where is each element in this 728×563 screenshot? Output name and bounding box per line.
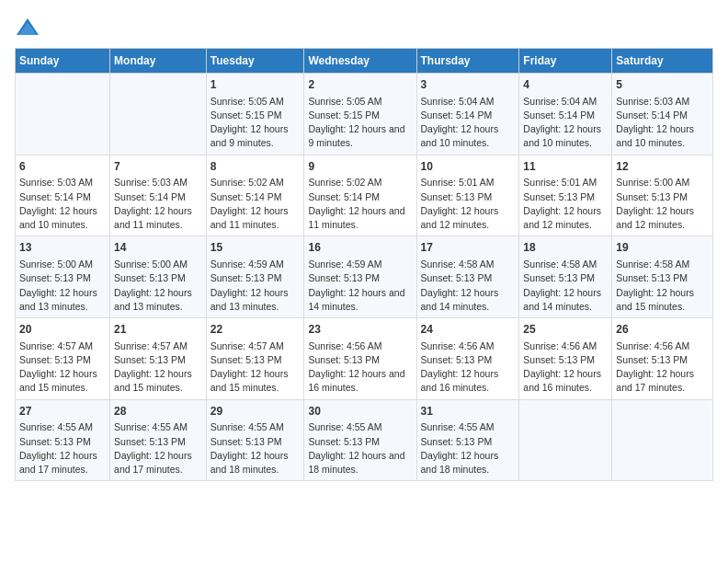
day-info: Sunrise: 5:00 AM Sunset: 5:13 PM Dayligh…: [616, 176, 709, 232]
day-number: 25: [523, 322, 608, 338]
day-info: Sunrise: 4:58 AM Sunset: 5:13 PM Dayligh…: [616, 258, 709, 314]
calendar-cell: 7Sunrise: 5:03 AM Sunset: 5:14 PM Daylig…: [110, 155, 207, 236]
day-number: 21: [114, 322, 202, 338]
day-number: 5: [616, 77, 709, 93]
calendar-cell: 14Sunrise: 5:00 AM Sunset: 5:13 PM Dayli…: [110, 236, 207, 318]
calendar-week-3: 13Sunrise: 5:00 AM Sunset: 5:13 PM Dayli…: [16, 236, 713, 318]
day-number: 1: [210, 77, 301, 93]
day-number: 19: [616, 240, 709, 256]
calendar-cell: 23Sunrise: 4:56 AM Sunset: 5:13 PM Dayli…: [304, 318, 416, 400]
day-info: Sunrise: 4:55 AM Sunset: 5:13 PM Dayligh…: [308, 420, 412, 477]
day-number: 30: [308, 404, 412, 419]
calendar-cell: 28Sunrise: 4:55 AM Sunset: 5:13 PM Dayli…: [110, 399, 207, 481]
day-number: 29: [210, 404, 301, 419]
day-info: Sunrise: 4:57 AM Sunset: 5:13 PM Dayligh…: [210, 339, 301, 396]
calendar-cell: 8Sunrise: 5:02 AM Sunset: 5:14 PM Daylig…: [206, 155, 304, 236]
calendar-cell: 11Sunrise: 5:01 AM Sunset: 5:13 PM Dayli…: [519, 155, 612, 236]
day-number: 10: [421, 159, 516, 175]
calendar-cell: 4Sunrise: 5:04 AM Sunset: 5:14 PM Daylig…: [519, 74, 612, 155]
page-header: [15, 15, 713, 40]
calendar-week-2: 6Sunrise: 5:03 AM Sunset: 5:14 PM Daylig…: [16, 155, 713, 236]
column-header-wednesday: Wednesday: [304, 49, 416, 74]
day-number: 18: [523, 240, 608, 256]
calendar-cell: 18Sunrise: 4:58 AM Sunset: 5:13 PM Dayli…: [519, 236, 612, 318]
day-info: Sunrise: 5:03 AM Sunset: 5:14 PM Dayligh…: [616, 95, 709, 151]
day-info: Sunrise: 5:05 AM Sunset: 5:15 PM Dayligh…: [308, 95, 412, 151]
calendar-cell: 1Sunrise: 5:05 AM Sunset: 5:15 PM Daylig…: [206, 74, 304, 155]
day-info: Sunrise: 5:03 AM Sunset: 5:14 PM Dayligh…: [114, 176, 202, 232]
calendar-header: SundayMondayTuesdayWednesdayThursdayFrid…: [16, 49, 713, 74]
calendar-cell: 21Sunrise: 4:57 AM Sunset: 5:13 PM Dayli…: [110, 318, 207, 400]
day-info: Sunrise: 4:55 AM Sunset: 5:13 PM Dayligh…: [421, 420, 516, 477]
day-info: Sunrise: 5:05 AM Sunset: 5:15 PM Dayligh…: [210, 95, 301, 151]
calendar-cell: 17Sunrise: 4:58 AM Sunset: 5:13 PM Dayli…: [416, 236, 519, 318]
day-number: 7: [114, 159, 202, 175]
column-header-sunday: Sunday: [16, 49, 110, 74]
calendar-cell: 13Sunrise: 5:00 AM Sunset: 5:13 PM Dayli…: [16, 236, 110, 318]
calendar-cell: [519, 399, 612, 481]
calendar-cell: 2Sunrise: 5:05 AM Sunset: 5:15 PM Daylig…: [304, 74, 416, 155]
calendar-cell: 9Sunrise: 5:02 AM Sunset: 5:14 PM Daylig…: [304, 155, 416, 236]
calendar-cell: [16, 74, 110, 155]
day-info: Sunrise: 5:03 AM Sunset: 5:14 PM Dayligh…: [19, 176, 106, 232]
day-info: Sunrise: 5:04 AM Sunset: 5:14 PM Dayligh…: [523, 95, 608, 151]
column-header-saturday: Saturday: [612, 49, 713, 74]
day-info: Sunrise: 5:00 AM Sunset: 5:13 PM Dayligh…: [19, 258, 106, 314]
day-info: Sunrise: 5:02 AM Sunset: 5:14 PM Dayligh…: [308, 176, 412, 232]
day-number: 9: [308, 159, 412, 175]
calendar-cell: 20Sunrise: 4:57 AM Sunset: 5:13 PM Dayli…: [16, 318, 110, 400]
day-info: Sunrise: 5:01 AM Sunset: 5:13 PM Dayligh…: [421, 176, 516, 232]
day-number: 27: [19, 404, 106, 419]
calendar-cell: [110, 74, 207, 155]
day-number: 17: [421, 240, 516, 256]
calendar-cell: 31Sunrise: 4:55 AM Sunset: 5:13 PM Dayli…: [416, 399, 519, 481]
day-info: Sunrise: 5:02 AM Sunset: 5:14 PM Dayligh…: [210, 176, 301, 232]
day-number: 15: [210, 240, 301, 256]
calendar-cell: 15Sunrise: 4:59 AM Sunset: 5:13 PM Dayli…: [206, 236, 304, 318]
day-info: Sunrise: 4:59 AM Sunset: 5:13 PM Dayligh…: [308, 258, 412, 314]
day-number: 2: [308, 77, 412, 93]
logo: [15, 15, 44, 40]
day-number: 28: [114, 404, 202, 419]
calendar-cell: 5Sunrise: 5:03 AM Sunset: 5:14 PM Daylig…: [612, 74, 713, 155]
day-number: 13: [19, 240, 106, 256]
day-info: Sunrise: 4:56 AM Sunset: 5:13 PM Dayligh…: [308, 339, 412, 396]
calendar-cell: 12Sunrise: 5:00 AM Sunset: 5:13 PM Dayli…: [612, 155, 713, 236]
calendar-cell: 26Sunrise: 4:56 AM Sunset: 5:13 PM Dayli…: [612, 318, 713, 400]
calendar-cell: 19Sunrise: 4:58 AM Sunset: 5:13 PM Dayli…: [612, 236, 713, 318]
calendar-cell: 25Sunrise: 4:56 AM Sunset: 5:13 PM Dayli…: [519, 318, 612, 400]
day-number: 8: [210, 159, 301, 175]
day-number: 31: [421, 404, 516, 419]
day-info: Sunrise: 4:59 AM Sunset: 5:13 PM Dayligh…: [210, 258, 301, 314]
calendar-week-4: 20Sunrise: 4:57 AM Sunset: 5:13 PM Dayli…: [16, 318, 713, 400]
calendar-cell: 24Sunrise: 4:56 AM Sunset: 5:13 PM Dayli…: [416, 318, 519, 400]
calendar-cell: 22Sunrise: 4:57 AM Sunset: 5:13 PM Dayli…: [206, 318, 304, 400]
day-number: 20: [19, 322, 106, 338]
day-number: 12: [616, 159, 709, 175]
day-info: Sunrise: 4:55 AM Sunset: 5:13 PM Dayligh…: [114, 420, 202, 477]
day-info: Sunrise: 4:57 AM Sunset: 5:13 PM Dayligh…: [114, 339, 202, 396]
day-info: Sunrise: 5:01 AM Sunset: 5:13 PM Dayligh…: [523, 176, 608, 232]
day-number: 3: [421, 77, 516, 93]
day-info: Sunrise: 4:56 AM Sunset: 5:13 PM Dayligh…: [616, 339, 709, 396]
calendar-week-1: 1Sunrise: 5:05 AM Sunset: 5:15 PM Daylig…: [16, 74, 713, 155]
day-number: 22: [210, 322, 301, 338]
day-info: Sunrise: 4:55 AM Sunset: 5:13 PM Dayligh…: [210, 420, 301, 477]
calendar-cell: 30Sunrise: 4:55 AM Sunset: 5:13 PM Dayli…: [304, 399, 416, 481]
calendar-week-5: 27Sunrise: 4:55 AM Sunset: 5:13 PM Dayli…: [16, 399, 713, 481]
calendar-cell: 3Sunrise: 5:04 AM Sunset: 5:14 PM Daylig…: [416, 74, 519, 155]
day-info: Sunrise: 4:56 AM Sunset: 5:13 PM Dayligh…: [421, 339, 516, 396]
calendar-cell: 10Sunrise: 5:01 AM Sunset: 5:13 PM Dayli…: [416, 155, 519, 236]
day-info: Sunrise: 4:55 AM Sunset: 5:13 PM Dayligh…: [19, 420, 106, 477]
day-number: 11: [523, 159, 608, 175]
logo-icon: [15, 15, 40, 40]
day-info: Sunrise: 5:04 AM Sunset: 5:14 PM Dayligh…: [421, 95, 516, 151]
day-info: Sunrise: 4:58 AM Sunset: 5:13 PM Dayligh…: [421, 258, 516, 314]
calendar-cell: 29Sunrise: 4:55 AM Sunset: 5:13 PM Dayli…: [206, 399, 304, 481]
column-header-thursday: Thursday: [416, 49, 519, 74]
day-number: 4: [523, 77, 608, 93]
day-number: 23: [308, 322, 412, 338]
calendar-cell: 6Sunrise: 5:03 AM Sunset: 5:14 PM Daylig…: [16, 155, 110, 236]
column-header-monday: Monday: [110, 49, 207, 74]
day-number: 24: [421, 322, 516, 338]
